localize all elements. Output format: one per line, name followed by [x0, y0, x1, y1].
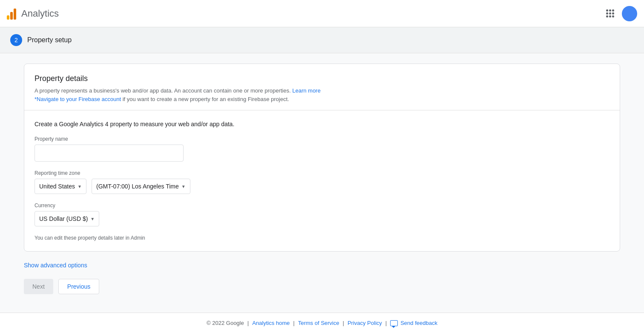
property-name-input[interactable] — [34, 145, 184, 162]
previous-button[interactable]: Previous — [58, 279, 99, 294]
privacy-link[interactable]: Privacy Policy — [348, 320, 382, 326]
dot — [606, 12, 608, 14]
dot — [612, 9, 614, 12]
property-details-card: Property details A property represents a… — [24, 64, 620, 252]
timezone-dropdowns: United States ▼ (GMT-07:00) Los Angeles … — [34, 179, 610, 194]
next-button[interactable]: Next — [24, 279, 53, 294]
timezone-dropdown[interactable]: (GMT-07:00) Los Angeles Time ▼ — [92, 179, 190, 194]
firebase-link[interactable]: *Navigate to your Firebase account — [34, 96, 121, 102]
card-header: Property details A property represents a… — [24, 64, 620, 110]
timezone-dropdown-arrow: ▼ — [181, 184, 186, 189]
dot — [609, 9, 611, 12]
separator-4: | — [385, 320, 387, 326]
feedback-label: Send feedback — [400, 320, 437, 326]
property-name-group: Property name — [34, 136, 610, 162]
logo-bar-1 — [7, 15, 9, 20]
currency-group: Currency US Dollar (USD $) ▼ — [34, 203, 610, 226]
card-header-desc: A property represents a business's web a… — [34, 87, 610, 103]
header-right — [601, 5, 637, 22]
timezone-label: Reporting time zone — [34, 170, 610, 176]
country-dropdown-arrow: ▼ — [78, 184, 82, 189]
timezone-group: Reporting time zone United States ▼ (GMT… — [34, 170, 610, 194]
copyright-text: © 2022 Google — [207, 320, 244, 326]
currency-label: Currency — [34, 203, 610, 208]
header-left: Analytics — [7, 8, 59, 20]
step2-badge: 2 — [10, 34, 22, 46]
card-subtitle: Create a Google Analytics 4 property to … — [34, 121, 610, 127]
country-value: United States — [39, 183, 75, 190]
apps-icon[interactable] — [601, 5, 618, 22]
timezone-value: (GMT-07:00) Los Angeles Time — [96, 183, 179, 190]
avatar[interactable] — [622, 6, 637, 21]
currency-dropdown[interactable]: US Dollar (USD $) ▼ — [34, 211, 99, 226]
logo-bar-3 — [14, 9, 16, 20]
analytics-logo — [7, 8, 16, 20]
app-title: Analytics — [21, 8, 59, 19]
currency-value: US Dollar (USD $) — [39, 215, 88, 222]
terms-link[interactable]: Terms of Service — [298, 320, 339, 326]
dot — [609, 12, 611, 14]
dot — [606, 15, 608, 17]
advanced-options-link[interactable]: Show advanced options — [24, 262, 87, 269]
logo-bar-2 — [10, 12, 13, 20]
app-header: Analytics — [0, 0, 644, 27]
learn-more-link[interactable]: Learn more — [292, 87, 320, 94]
grid-dots — [606, 9, 614, 17]
currency-dropdown-arrow: ▼ — [90, 217, 95, 221]
dot — [612, 12, 614, 14]
feedback-link[interactable]: Send feedback — [390, 320, 437, 326]
main-content: Property details A property represents a… — [0, 53, 644, 318]
edit-note: You can edit these property details late… — [34, 235, 610, 241]
feedback-icon — [390, 320, 398, 326]
analytics-home-link[interactable]: Analytics home — [252, 320, 290, 326]
desc-text: A property represents a business's web a… — [34, 87, 291, 94]
step2-header: 2 Property setup — [0, 27, 644, 53]
card-header-title: Property details — [34, 74, 610, 83]
card-body: Create a Google Analytics 4 property to … — [24, 110, 620, 251]
dot — [609, 15, 611, 17]
footer: © 2022 Google | Analytics home | Terms o… — [0, 313, 644, 333]
firebase-desc: if you want to create a new property for… — [123, 96, 289, 102]
country-dropdown[interactable]: United States ▼ — [34, 179, 86, 194]
separator-3: | — [342, 320, 344, 326]
step2-label: Property setup — [27, 36, 72, 44]
property-name-label: Property name — [34, 136, 610, 142]
dot — [612, 15, 614, 17]
button-row: Next Previous — [24, 279, 620, 294]
separator-2: | — [293, 320, 294, 326]
separator-1: | — [247, 320, 249, 326]
dot — [606, 9, 608, 12]
